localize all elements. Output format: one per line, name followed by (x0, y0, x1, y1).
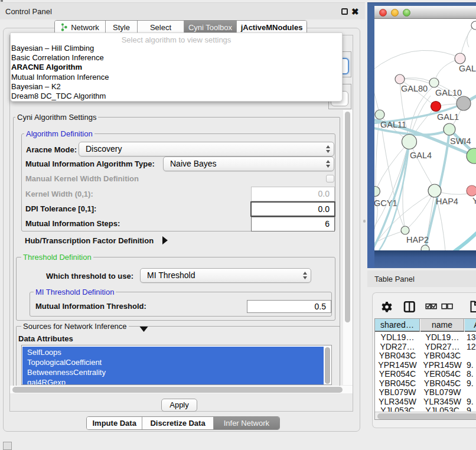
svg-text:GAL: GAL (459, 64, 476, 73)
svg-text:GAL80: GAL80 (401, 84, 428, 93)
svg-text:HAP4: HAP4 (436, 197, 458, 206)
svg-text:GAL10: GAL10 (435, 88, 462, 97)
svg-text:GAL1: GAL1 (437, 112, 459, 122)
svg-text:GAL4: GAL4 (410, 151, 432, 160)
svg-text:HAP2: HAP2 (406, 235, 429, 244)
svg-text:Y: Y (472, 196, 476, 206)
svg-text:GAL11: GAL11 (380, 120, 406, 129)
svg-text:SWI4: SWI4 (450, 136, 471, 146)
svg-text:GCY1: GCY1 (374, 198, 397, 208)
